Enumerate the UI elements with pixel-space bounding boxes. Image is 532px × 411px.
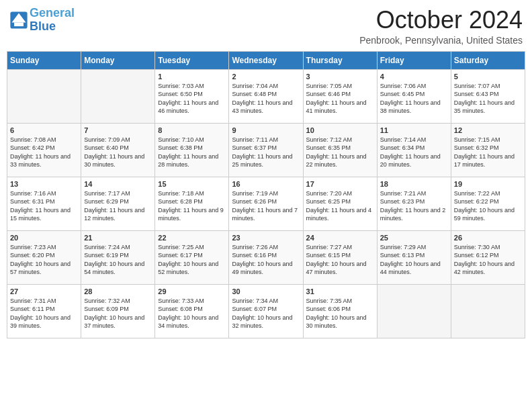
calendar-day-cell: 5Sunrise: 7:07 AM Sunset: 6:43 PM Daylig… — [451, 69, 525, 123]
day-info: Sunrise: 7:26 AM Sunset: 6:16 PM Dayligh… — [232, 243, 300, 277]
calendar-day-cell: 15Sunrise: 7:18 AM Sunset: 6:28 PM Dayli… — [155, 177, 229, 230]
day-info: Sunrise: 7:10 AM Sunset: 6:38 PM Dayligh… — [158, 136, 226, 169]
logo-text: General Blue — [30, 7, 75, 34]
day-info: Sunrise: 7:35 AM Sunset: 6:06 PM Dayligh… — [306, 297, 374, 330]
day-info: Sunrise: 7:32 AM Sunset: 6:09 PM Dayligh… — [84, 297, 152, 330]
day-number: 22 — [158, 234, 226, 242]
day-number: 31 — [306, 287, 374, 295]
day-number: 12 — [454, 126, 522, 134]
page-header: General Blue October 2024 Penbrook, Penn… — [7, 7, 525, 46]
calendar-day-cell: 28Sunrise: 7:32 AM Sunset: 6:09 PM Dayli… — [81, 284, 155, 338]
day-info: Sunrise: 7:25 AM Sunset: 6:17 PM Dayligh… — [158, 243, 226, 277]
day-info: Sunrise: 7:14 AM Sunset: 6:34 PM Dayligh… — [380, 136, 448, 169]
day-number: 4 — [380, 73, 448, 81]
day-info: Sunrise: 7:22 AM Sunset: 6:22 PM Dayligh… — [454, 189, 522, 223]
day-number: 10 — [306, 126, 374, 134]
day-number: 11 — [380, 126, 448, 134]
svg-rect-2 — [14, 22, 24, 26]
calendar-day-cell: 29Sunrise: 7:33 AM Sunset: 6:08 PM Dayli… — [155, 284, 229, 338]
calendar-day-cell: 3Sunrise: 7:05 AM Sunset: 6:46 PM Daylig… — [303, 69, 377, 123]
calendar-day-cell: 23Sunrise: 7:26 AM Sunset: 6:16 PM Dayli… — [229, 230, 303, 284]
day-of-week-header: Tuesday — [155, 51, 229, 69]
day-info: Sunrise: 7:06 AM Sunset: 6:45 PM Dayligh… — [380, 82, 448, 116]
calendar-day-cell: 26Sunrise: 7:30 AM Sunset: 6:12 PM Dayli… — [451, 230, 525, 284]
day-info: Sunrise: 7:24 AM Sunset: 6:19 PM Dayligh… — [84, 243, 152, 277]
day-info: Sunrise: 7:03 AM Sunset: 6:50 PM Dayligh… — [158, 82, 226, 116]
day-number: 23 — [232, 234, 300, 242]
logo: General Blue — [9, 7, 75, 34]
day-of-week-header: Wednesday — [229, 51, 303, 69]
day-of-week-header: Monday — [81, 51, 155, 69]
day-info: Sunrise: 7:31 AM Sunset: 6:11 PM Dayligh… — [10, 297, 78, 330]
day-number: 5 — [454, 73, 522, 81]
calendar-day-cell: 30Sunrise: 7:34 AM Sunset: 6:07 PM Dayli… — [229, 284, 303, 338]
day-info: Sunrise: 7:33 AM Sunset: 6:08 PM Dayligh… — [158, 297, 226, 330]
day-number: 24 — [306, 234, 374, 242]
calendar-day-cell: 22Sunrise: 7:25 AM Sunset: 6:17 PM Dayli… — [155, 230, 229, 284]
calendar-day-cell: 21Sunrise: 7:24 AM Sunset: 6:19 PM Dayli… — [81, 230, 155, 284]
calendar-day-cell — [451, 284, 525, 338]
day-info: Sunrise: 7:29 AM Sunset: 6:13 PM Dayligh… — [380, 243, 448, 277]
day-number: 20 — [10, 234, 78, 242]
day-info: Sunrise: 7:19 AM Sunset: 6:26 PM Dayligh… — [232, 189, 300, 223]
calendar-day-cell — [81, 69, 155, 123]
day-info: Sunrise: 7:18 AM Sunset: 6:28 PM Dayligh… — [158, 189, 226, 223]
day-number: 21 — [84, 234, 152, 242]
calendar-day-cell: 6Sunrise: 7:08 AM Sunset: 6:42 PM Daylig… — [7, 123, 81, 177]
day-info: Sunrise: 7:21 AM Sunset: 6:23 PM Dayligh… — [380, 189, 448, 223]
calendar-week-row: 1Sunrise: 7:03 AM Sunset: 6:50 PM Daylig… — [7, 69, 525, 123]
calendar-header-row: SundayMondayTuesdayWednesdayThursdayFrid… — [7, 51, 525, 69]
day-number: 30 — [232, 287, 300, 295]
day-number: 2 — [232, 73, 300, 81]
day-info: Sunrise: 7:07 AM Sunset: 6:43 PM Dayligh… — [454, 82, 522, 116]
calendar-day-cell: 12Sunrise: 7:15 AM Sunset: 6:32 PM Dayli… — [451, 123, 525, 177]
day-info: Sunrise: 7:11 AM Sunset: 6:37 PM Dayligh… — [232, 136, 300, 169]
day-info: Sunrise: 7:04 AM Sunset: 6:48 PM Dayligh… — [232, 82, 300, 116]
day-number: 13 — [10, 180, 78, 188]
calendar-day-cell: 1Sunrise: 7:03 AM Sunset: 6:50 PM Daylig… — [155, 69, 229, 123]
day-info: Sunrise: 7:27 AM Sunset: 6:15 PM Dayligh… — [306, 243, 374, 277]
day-of-week-header: Thursday — [303, 51, 377, 69]
day-info: Sunrise: 7:12 AM Sunset: 6:35 PM Dayligh… — [306, 136, 374, 169]
calendar-day-cell: 4Sunrise: 7:06 AM Sunset: 6:45 PM Daylig… — [377, 69, 451, 123]
day-info: Sunrise: 7:17 AM Sunset: 6:29 PM Dayligh… — [84, 189, 152, 223]
calendar-week-row: 20Sunrise: 7:23 AM Sunset: 6:20 PM Dayli… — [7, 230, 525, 284]
calendar-day-cell: 25Sunrise: 7:29 AM Sunset: 6:13 PM Dayli… — [377, 230, 451, 284]
day-number: 14 — [84, 180, 152, 188]
day-number: 8 — [158, 126, 226, 134]
calendar-day-cell: 8Sunrise: 7:10 AM Sunset: 6:38 PM Daylig… — [155, 123, 229, 177]
day-number: 27 — [10, 287, 78, 295]
day-info: Sunrise: 7:15 AM Sunset: 6:32 PM Dayligh… — [454, 136, 522, 169]
month-year-title: October 2024 — [359, 7, 523, 34]
day-info: Sunrise: 7:20 AM Sunset: 6:25 PM Dayligh… — [306, 189, 374, 223]
day-number: 1 — [158, 73, 226, 81]
calendar-day-cell: 19Sunrise: 7:22 AM Sunset: 6:22 PM Dayli… — [451, 177, 525, 230]
day-number: 6 — [10, 126, 78, 134]
calendar-day-cell: 14Sunrise: 7:17 AM Sunset: 6:29 PM Dayli… — [81, 177, 155, 230]
day-number: 7 — [84, 126, 152, 134]
location-subtitle: Penbrook, Pennsylvania, United States — [359, 35, 523, 46]
day-number: 28 — [84, 287, 152, 295]
day-info: Sunrise: 7:16 AM Sunset: 6:31 PM Dayligh… — [10, 189, 78, 223]
day-number: 19 — [454, 180, 522, 188]
day-info: Sunrise: 7:34 AM Sunset: 6:07 PM Dayligh… — [232, 297, 300, 330]
calendar-day-cell: 24Sunrise: 7:27 AM Sunset: 6:15 PM Dayli… — [303, 230, 377, 284]
calendar-day-cell: 10Sunrise: 7:12 AM Sunset: 6:35 PM Dayli… — [303, 123, 377, 177]
day-info: Sunrise: 7:23 AM Sunset: 6:20 PM Dayligh… — [10, 243, 78, 277]
calendar-day-cell: 13Sunrise: 7:16 AM Sunset: 6:31 PM Dayli… — [7, 177, 81, 230]
calendar-day-cell: 7Sunrise: 7:09 AM Sunset: 6:40 PM Daylig… — [81, 123, 155, 177]
calendar-day-cell — [7, 69, 81, 123]
day-number: 16 — [232, 180, 300, 188]
calendar-day-cell: 17Sunrise: 7:20 AM Sunset: 6:25 PM Dayli… — [303, 177, 377, 230]
day-info: Sunrise: 7:05 AM Sunset: 6:46 PM Dayligh… — [306, 82, 374, 116]
day-number: 9 — [232, 126, 300, 134]
day-number: 17 — [306, 180, 374, 188]
calendar-day-cell: 20Sunrise: 7:23 AM Sunset: 6:20 PM Dayli… — [7, 230, 81, 284]
day-info: Sunrise: 7:30 AM Sunset: 6:12 PM Dayligh… — [454, 243, 522, 277]
calendar-week-row: 13Sunrise: 7:16 AM Sunset: 6:31 PM Dayli… — [7, 177, 525, 230]
day-number: 29 — [158, 287, 226, 295]
day-number: 15 — [158, 180, 226, 188]
calendar-day-cell: 31Sunrise: 7:35 AM Sunset: 6:06 PM Dayli… — [303, 284, 377, 338]
calendar-table: SundayMondayTuesdayWednesdayThursdayFrid… — [7, 51, 525, 338]
day-number: 3 — [306, 73, 374, 81]
